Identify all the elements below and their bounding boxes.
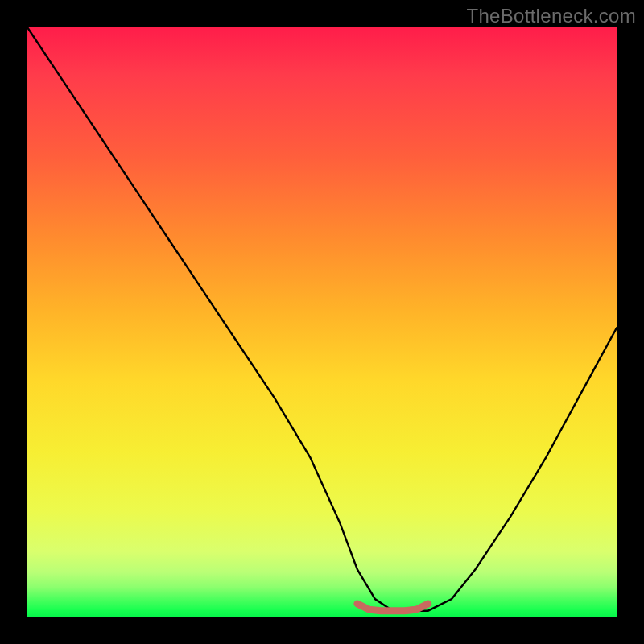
chart-frame: TheBottleneck.com — [0, 0, 644, 644]
chart-plot-area — [27, 27, 617, 617]
watermark-text: TheBottleneck.com — [466, 5, 636, 27]
chart-overlay-svg — [27, 27, 617, 617]
flat-minimum-marker — [357, 604, 428, 611]
bottleneck-curve — [27, 27, 617, 611]
